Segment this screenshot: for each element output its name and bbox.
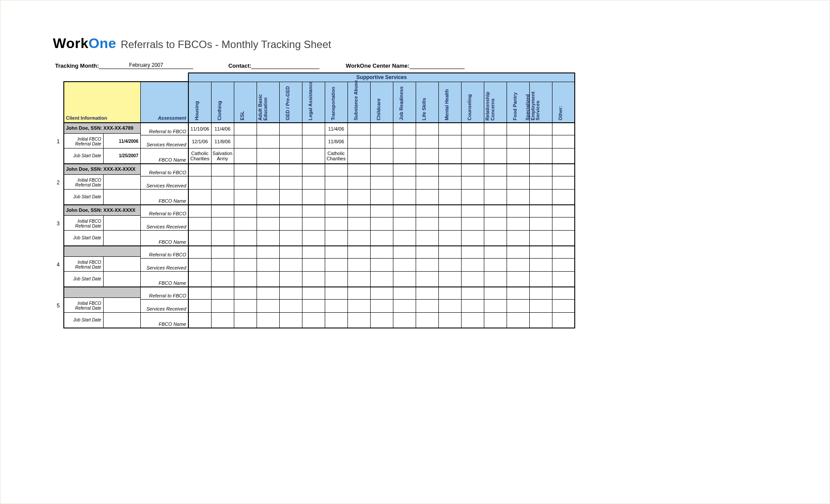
- service-cell[interactable]: [552, 176, 575, 189]
- service-cell[interactable]: 11/8/06: [325, 135, 347, 148]
- service-cell[interactable]: [416, 189, 438, 205]
- service-cell[interactable]: [347, 271, 370, 287]
- service-cell[interactable]: [416, 176, 438, 189]
- service-cell[interactable]: [279, 135, 302, 148]
- service-cell[interactable]: [347, 312, 370, 328]
- service-cell[interactable]: [325, 246, 347, 258]
- service-cell[interactable]: [279, 287, 302, 299]
- service-cell[interactable]: [234, 287, 257, 299]
- initial-referral-value[interactable]: [103, 258, 140, 271]
- service-cell[interactable]: [416, 205, 438, 217]
- service-cell[interactable]: [279, 148, 302, 164]
- service-cell[interactable]: [461, 217, 484, 230]
- service-cell[interactable]: [507, 258, 529, 271]
- service-cell[interactable]: [257, 123, 279, 135]
- service-cell[interactable]: [461, 287, 484, 299]
- contact-value[interactable]: [251, 68, 319, 69]
- service-cell[interactable]: [416, 271, 438, 287]
- service-cell[interactable]: [370, 176, 393, 189]
- service-cell[interactable]: [347, 205, 370, 217]
- service-cell[interactable]: [529, 299, 552, 312]
- service-cell[interactable]: [416, 258, 438, 271]
- service-cell[interactable]: [302, 271, 325, 287]
- service-cell[interactable]: [370, 217, 393, 230]
- service-cell[interactable]: [188, 299, 211, 312]
- service-cell[interactable]: [347, 176, 370, 189]
- service-cell[interactable]: [188, 176, 211, 189]
- service-cell[interactable]: [279, 123, 302, 135]
- service-cell[interactable]: [325, 299, 347, 312]
- service-cell[interactable]: [507, 123, 529, 135]
- service-cell[interactable]: [507, 164, 529, 176]
- service-cell[interactable]: [438, 189, 461, 205]
- service-cell[interactable]: [279, 217, 302, 230]
- service-cell[interactable]: [188, 271, 211, 287]
- service-cell[interactable]: [325, 164, 347, 176]
- service-cell[interactable]: [438, 135, 461, 148]
- service-cell[interactable]: [529, 287, 552, 299]
- service-cell[interactable]: [302, 312, 325, 328]
- service-cell[interactable]: [234, 230, 257, 246]
- service-cell[interactable]: [325, 189, 347, 205]
- service-cell[interactable]: [393, 123, 416, 135]
- service-cell[interactable]: [302, 287, 325, 299]
- service-cell[interactable]: [507, 230, 529, 246]
- service-cell[interactable]: [234, 299, 257, 312]
- service-cell[interactable]: [416, 246, 438, 258]
- service-cell[interactable]: [234, 271, 257, 287]
- service-cell[interactable]: [484, 299, 507, 312]
- service-cell[interactable]: [188, 205, 211, 217]
- service-cell[interactable]: [461, 189, 484, 205]
- service-cell[interactable]: [416, 299, 438, 312]
- service-cell[interactable]: [393, 148, 416, 164]
- service-cell[interactable]: [211, 189, 234, 205]
- service-cell[interactable]: [302, 299, 325, 312]
- service-cell[interactable]: [529, 205, 552, 217]
- service-cell[interactable]: [529, 230, 552, 246]
- service-cell[interactable]: [302, 230, 325, 246]
- service-cell[interactable]: [370, 299, 393, 312]
- initial-referral-value[interactable]: [103, 299, 140, 312]
- service-cell[interactable]: [347, 123, 370, 135]
- service-cell[interactable]: [234, 176, 257, 189]
- service-cell[interactable]: [234, 312, 257, 328]
- service-cell[interactable]: [234, 148, 257, 164]
- service-cell[interactable]: [438, 230, 461, 246]
- service-cell[interactable]: [438, 246, 461, 258]
- service-cell[interactable]: [529, 258, 552, 271]
- service-cell[interactable]: [393, 135, 416, 148]
- service-cell[interactable]: [234, 258, 257, 271]
- service-cell[interactable]: [234, 189, 257, 205]
- service-cell[interactable]: [438, 287, 461, 299]
- service-cell[interactable]: [393, 230, 416, 246]
- service-cell[interactable]: [257, 189, 279, 205]
- service-cell[interactable]: [325, 312, 347, 328]
- service-cell[interactable]: [438, 271, 461, 287]
- service-cell[interactable]: [461, 164, 484, 176]
- service-cell[interactable]: [211, 205, 234, 217]
- service-cell[interactable]: [370, 312, 393, 328]
- service-cell[interactable]: [507, 189, 529, 205]
- service-cell[interactable]: [461, 299, 484, 312]
- service-cell[interactable]: [484, 148, 507, 164]
- service-cell[interactable]: [416, 148, 438, 164]
- service-cell[interactable]: [461, 135, 484, 148]
- service-cell[interactable]: [347, 148, 370, 164]
- service-cell[interactable]: [370, 258, 393, 271]
- service-cell[interactable]: [279, 299, 302, 312]
- service-cell[interactable]: [507, 205, 529, 217]
- service-cell[interactable]: [234, 205, 257, 217]
- service-cell[interactable]: [347, 189, 370, 205]
- service-cell[interactable]: [257, 217, 279, 230]
- service-cell[interactable]: [370, 123, 393, 135]
- service-cell[interactable]: [393, 164, 416, 176]
- service-cell[interactable]: [188, 287, 211, 299]
- service-cell[interactable]: [302, 123, 325, 135]
- service-cell[interactable]: [416, 230, 438, 246]
- service-cell[interactable]: [461, 246, 484, 258]
- service-cell[interactable]: 11/4/06: [211, 123, 234, 135]
- service-cell[interactable]: [347, 217, 370, 230]
- service-cell[interactable]: [552, 246, 575, 258]
- service-cell[interactable]: 11/4/06: [325, 123, 347, 135]
- job-start-value[interactable]: [103, 312, 140, 328]
